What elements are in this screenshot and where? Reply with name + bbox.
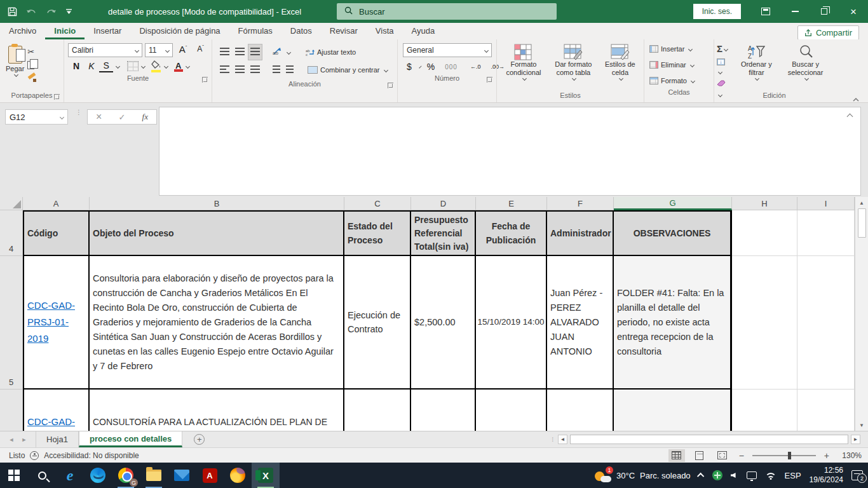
align-top-icon[interactable] [217, 44, 232, 60]
zoom-slider-thumb[interactable] [788, 452, 791, 459]
name-box-resize-grip[interactable]: ⋮ [76, 111, 78, 123]
weather-widget[interactable]: 1 30°C Parc. soleado [595, 468, 691, 482]
cell-e4[interactable]: Fecha de Publicación [476, 210, 547, 256]
increase-indent-icon[interactable] [283, 62, 296, 78]
process-link-2[interactable]: CDC-GAD- [27, 415, 75, 429]
cell-f4[interactable]: Administrador [547, 210, 614, 256]
volume-icon[interactable] [731, 473, 736, 478]
format-cells-button[interactable]: Formato [647, 75, 711, 86]
sheet-tab-proceso-con-detalles[interactable]: proceso con detalles [79, 431, 182, 447]
font-color-icon[interactable]: A [174, 61, 183, 72]
column-header-e[interactable]: E [476, 197, 547, 210]
underline-button[interactable]: S [99, 60, 112, 72]
excel-taskbar-button[interactable]: X [252, 463, 280, 488]
column-header-f[interactable]: F [547, 197, 614, 210]
vertical-scrollbar[interactable]: ▲ ▼ [855, 197, 868, 431]
cell-h4[interactable] [732, 210, 797, 256]
redo-icon[interactable] [46, 8, 57, 16]
tab-revisar[interactable]: Revisar [321, 24, 367, 39]
align-right-icon[interactable] [248, 62, 262, 78]
tab-split-grip[interactable]: ⁞ [552, 437, 554, 443]
cast-icon[interactable] [747, 471, 757, 479]
cell-c6[interactable]: Adjudicado [344, 390, 411, 431]
cell-e5[interactable]: 15/10/2019 14:00 [476, 256, 547, 390]
taskbar-search-button[interactable] [28, 463, 56, 488]
orientation-icon[interactable]: ab [270, 44, 285, 60]
cut-icon[interactable]: ✂ [27, 47, 36, 57]
decrease-indent-icon[interactable] [270, 62, 283, 78]
tab-archivo[interactable]: Archivo [0, 24, 45, 39]
cell-a4[interactable]: Código [23, 210, 90, 256]
column-header-c[interactable]: C [344, 197, 411, 210]
hscroll-left-icon[interactable]: ◄ [558, 435, 567, 444]
column-header-h[interactable]: H [732, 197, 797, 210]
cell-d4[interactable]: Presupuesto Referencial Total(sin iva) [411, 210, 476, 256]
tab-inicio[interactable]: Inicio [45, 24, 85, 39]
accessibility-icon[interactable] [30, 451, 39, 460]
tab-disposicion[interactable]: Disposición de página [130, 24, 229, 39]
cell-d5[interactable]: $2,500.00 [411, 256, 476, 390]
font-size-combo[interactable]: 11 [145, 43, 173, 57]
minimize-button[interactable] [780, 0, 810, 23]
zoom-level[interactable]: 130% [837, 451, 862, 460]
column-header-a[interactable]: A [23, 197, 90, 210]
accessibility-status[interactable]: Accesibilidad: No disponible [44, 451, 139, 460]
format-painter-icon[interactable] [27, 74, 36, 82]
cell-c5[interactable]: Ejecución de Contrato [344, 256, 411, 390]
align-bottom-icon[interactable] [248, 44, 262, 60]
align-left-icon[interactable] [217, 62, 232, 78]
cell-i4[interactable] [797, 210, 855, 256]
wrap-text-button[interactable]: abc Ajustar texto [303, 46, 358, 58]
cell-a5[interactable]: CDC-GAD-PRSJ-01-2019 [23, 256, 90, 390]
horizontal-scroll-thumb[interactable] [570, 435, 848, 444]
share-button[interactable]: Compartir [797, 25, 859, 40]
font-dialog-launcher[interactable] [202, 77, 208, 83]
column-header-b[interactable]: B [90, 197, 344, 210]
vertical-scroll-thumb[interactable] [858, 208, 866, 238]
cell-h5[interactable] [732, 256, 797, 390]
cell-i6[interactable] [797, 390, 855, 431]
normal-view-button[interactable] [668, 449, 685, 462]
decrease-font-icon[interactable]: Aˇ [193, 43, 208, 57]
language-indicator[interactable]: ESP [785, 471, 801, 480]
tray-expand-icon[interactable] [697, 473, 704, 480]
format-as-table-button[interactable]: Dar formato como tabla [548, 42, 599, 82]
zoom-slider[interactable] [752, 455, 816, 456]
cancel-icon[interactable]: × [96, 111, 102, 123]
horizontal-scrollbar[interactable]: ◄ ► [558, 435, 860, 444]
cell-i5[interactable] [797, 256, 855, 390]
sign-in-button[interactable]: Inic. ses. [693, 4, 741, 19]
number-dialog-launcher[interactable] [487, 77, 492, 83]
acrobat-button[interactable]: A [196, 463, 224, 488]
page-break-view-button[interactable] [714, 449, 731, 462]
zoom-in-icon[interactable]: + [822, 451, 831, 461]
cell-b6[interactable]: CONSULTORÍA PARA LA ACTUALIZACIÓN DEL PL… [90, 390, 344, 431]
clipboard-dialog-launcher[interactable] [54, 94, 60, 100]
add-sheet-icon[interactable]: + [194, 434, 205, 445]
chrome-button[interactable]: G [112, 463, 140, 488]
scroll-down-icon[interactable]: ▼ [855, 419, 868, 431]
file-explorer-button[interactable] [140, 463, 168, 488]
customize-quick-access-icon[interactable] [65, 9, 72, 15]
edge-button[interactable] [84, 463, 112, 488]
formula-input[interactable] [159, 107, 861, 196]
column-header-i[interactable]: I [797, 197, 855, 210]
clock[interactable]: 12:56 19/6/2024 [810, 466, 843, 485]
sheet-nav-right-icon[interactable]: ► [22, 437, 27, 443]
ribbon-display-options-button[interactable] [751, 0, 780, 23]
cell-a6[interactable]: CDC-GAD- [23, 390, 90, 431]
close-button[interactable]: × [839, 0, 868, 23]
align-center-icon[interactable] [233, 62, 247, 78]
autosum-icon[interactable]: Σ [717, 43, 730, 55]
restore-button[interactable] [810, 0, 839, 23]
cell-styles-button[interactable]: Estilos de celda [599, 42, 641, 82]
fill-color-icon[interactable] [151, 60, 161, 72]
column-header-g-selected[interactable]: G [614, 197, 732, 210]
currency-icon[interactable]: $ [403, 61, 416, 72]
enter-icon[interactable]: ✓ [119, 112, 126, 122]
conditional-formatting-button[interactable]: Formato condicional [499, 42, 548, 82]
cell-f6[interactable]: ROSA [547, 390, 614, 431]
wifi-icon[interactable] [765, 471, 776, 480]
cell-f5[interactable]: Juan Pérez - PEREZ ALVARADO JUAN ANTONIO [547, 256, 614, 390]
notification-center-icon[interactable]: 2 [851, 470, 863, 480]
